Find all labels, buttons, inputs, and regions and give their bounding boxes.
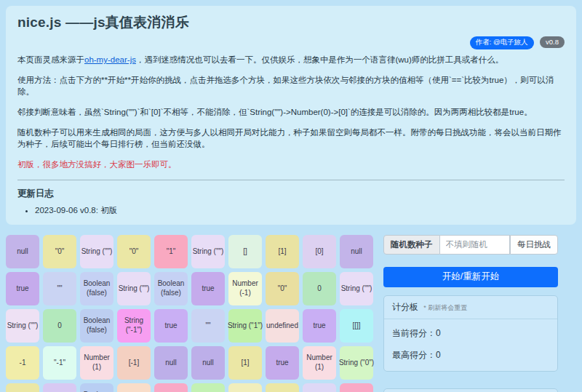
board-cell[interactable]: [0] [303, 235, 336, 268]
board-cell[interactable]: "" [191, 309, 225, 343]
board-cell[interactable]: Number (1) [80, 346, 113, 380]
board-cell[interactable]: 0 [43, 309, 76, 343]
board-cell[interactable]: String ("-1") [117, 309, 151, 343]
board-cell[interactable]: Number (-1) [228, 272, 262, 305]
board-cell[interactable]: String ("1") [228, 309, 262, 343]
board-cell[interactable]: 0 [303, 272, 336, 305]
best-score-line: 最高得分：0 [392, 349, 549, 361]
current-score-label: 当前得分： [392, 328, 436, 338]
board-cell[interactable]: null [154, 346, 188, 380]
seed-input-group: 随机数种子 每日挑战 [383, 235, 558, 255]
board-cell[interactable]: Boolean (false) [154, 272, 188, 305]
divider [17, 180, 565, 180]
intro-panel: nice.js ——js真值表消消乐 作者: @电子旅人 v0.8 本页面灵感来… [6, 6, 576, 225]
scoreboard-header: 计分板 * 刷新将会重置 [384, 296, 557, 319]
board-cell[interactable]: [1] [228, 346, 262, 380]
page-title: nice.js ——js真值表消消乐 [17, 13, 565, 32]
main-area: null"0"String ("")"0""1"String ("")[][1]… [6, 235, 576, 392]
board-cell[interactable]: String ("") [340, 272, 373, 305]
board-cell[interactable]: [[]] [340, 309, 373, 343]
board-cell[interactable]: true [154, 309, 188, 343]
changelog-title: 更新日志 [17, 188, 565, 200]
board-cell[interactable]: -1 [6, 346, 39, 380]
scoreboard-title: 计分板 [392, 302, 418, 312]
board-cell[interactable]: String ("1") [191, 383, 225, 392]
board-cell[interactable]: true [266, 346, 299, 380]
intro-paragraph-1-before: 本页面灵感来源于 [17, 55, 84, 64]
version-notice: 初版，很多地方没搞好，大家图一乐即可。 [17, 159, 565, 171]
board-cell[interactable]: undefined [266, 309, 299, 343]
board-cell[interactable]: Boolean (false) [80, 309, 113, 343]
board-cell[interactable]: true [303, 309, 336, 343]
board-cell[interactable]: [1] [266, 383, 299, 392]
changelog-item: 2023-09-06 v0.8: 初版 [35, 204, 565, 216]
board-cell[interactable]: Boolean (false) [80, 272, 113, 305]
board-cell[interactable]: Number (1) [303, 346, 336, 380]
board-cell[interactable]: String ("") [191, 235, 225, 268]
intro-paragraph-1: 本页面灵感来源于oh-my-dear-js，遇到迷惑情况也可以去看一下。仅供娱乐… [17, 54, 565, 66]
board-cell[interactable]: "0" [117, 235, 151, 268]
game-board: null"0"String ("")"0""1"String ("")[][1]… [6, 235, 373, 392]
oh-my-dear-js-link[interactable]: oh-my-dear-js [84, 55, 136, 64]
board-cell[interactable]: [] [228, 235, 262, 268]
board-cell[interactable]: "-1" [43, 346, 76, 380]
board-cell[interactable]: [-1] [117, 383, 151, 392]
board-cell[interactable]: true [6, 272, 39, 305]
board-cell[interactable]: "" [43, 272, 76, 305]
board-cell[interactable]: "0" [266, 272, 299, 305]
intro-paragraph-3: 邻接判断意味着，虽然`String("")`和`[0]`不相等，不能消除，但`S… [17, 106, 565, 119]
changelog-list: 2023-09-06 v0.8: 初版 [35, 204, 565, 216]
log-card: 日志框 一次性消除多个格子会有更高分数 当前没有连锁消除功能 [383, 388, 558, 392]
start-restart-button[interactable]: 开始/重新开始 [383, 267, 558, 287]
author-badge: 作者: @电子旅人 [470, 36, 534, 49]
board-cell[interactable]: null [340, 235, 373, 268]
scoreboard-subtitle: * 刷新将会重置 [423, 304, 467, 311]
intro-paragraph-2: 使用方法：点击下方的**开始**开始你的挑战，点击并拖选多个方块，如果这些方块依… [17, 74, 565, 98]
board-cell[interactable]: null [6, 235, 39, 268]
board-cell[interactable]: null [191, 346, 225, 380]
board-cell[interactable]: true [191, 272, 225, 305]
scoreboard-card: 计分板 * 刷新将会重置 当前得分：0 最高得分：0 [383, 295, 558, 372]
intro-paragraph-4: 随机数种子可以用来生成相同的局面，这方便与多人以相同开局对比能力，种子如果留空则… [17, 127, 565, 151]
board-cell[interactable]: [1] [266, 235, 299, 268]
board-cell[interactable]: "1" [154, 235, 188, 268]
board-cell[interactable]: "1" [154, 383, 188, 392]
current-score-line: 当前得分：0 [392, 327, 549, 340]
board-cell[interactable]: [0] [303, 383, 336, 392]
board-cell[interactable]: String ("0") [340, 346, 373, 380]
daily-challenge-button[interactable]: 每日挑战 [510, 235, 558, 255]
sidebar: 随机数种子 每日挑战 开始/重新开始 计分板 * 刷新将会重置 当前得分：0 最… [383, 235, 558, 392]
board-cell[interactable]: String ("") [80, 235, 113, 268]
board-cell[interactable]: Boolean (false) [80, 383, 113, 392]
intro-paragraph-1-after: ，遇到迷惑情况也可以去看一下。仅供娱乐，想象中是作为一个语言律(wu)师的比拼工… [136, 55, 503, 64]
board-cell[interactable]: String ("") [6, 309, 39, 343]
board-cell[interactable]: String ("") [117, 272, 151, 305]
board-cell[interactable]: [-1] [117, 346, 151, 380]
best-score-value: 0 [436, 350, 441, 360]
seed-label: 随机数种子 [383, 235, 440, 255]
board-cell[interactable]: "1" [340, 383, 373, 392]
log-header: 日志框 [384, 389, 557, 392]
board-cell[interactable]: null [43, 383, 76, 392]
seed-input[interactable] [440, 235, 511, 255]
scoreboard-body: 当前得分：0 最高得分：0 [384, 319, 557, 371]
best-score-label: 最高得分： [392, 350, 436, 360]
board-cell[interactable]: "0" [6, 383, 39, 392]
version-badge: v0.8 [540, 36, 565, 48]
current-score-value: 0 [436, 328, 441, 338]
badge-row: 作者: @电子旅人 v0.8 [17, 34, 565, 46]
board-cell[interactable]: "0" [43, 235, 76, 268]
board-cell[interactable]: -1 [228, 383, 262, 392]
